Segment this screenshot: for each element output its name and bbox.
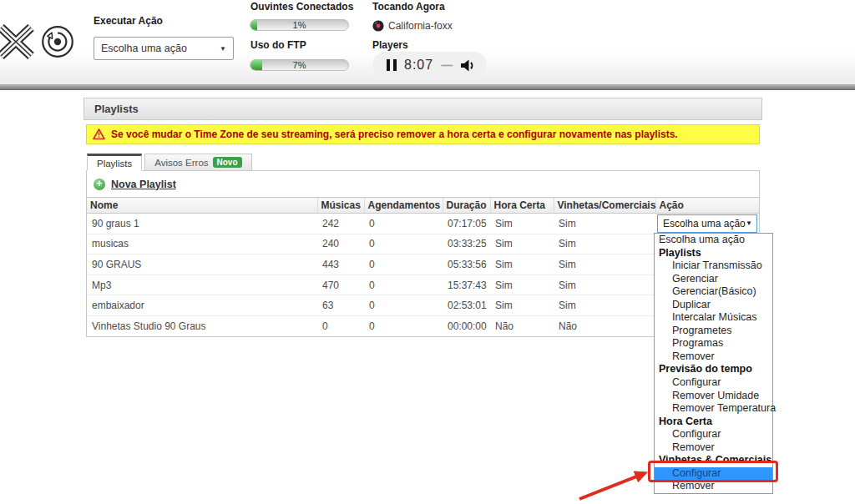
menu-option[interactable]: Remover: [655, 441, 772, 455]
table-cell: Não: [490, 315, 554, 336]
menu-option[interactable]: Remover Temperatura: [655, 402, 772, 416]
table-header-row: NomeMúsicasAgendamentosDuraçãoHora Certa…: [87, 198, 759, 214]
table-cell: Sim: [490, 234, 554, 255]
column-header: Hora Certa: [490, 198, 554, 214]
menu-option[interactable]: Remover: [655, 350, 772, 364]
listeners-label: Ouvintes Conectados: [250, 1, 353, 13]
now-playing: California-foxx: [372, 20, 453, 32]
caret-down-icon: ▼: [746, 219, 752, 227]
table-cell: embaixador: [87, 295, 317, 316]
menu-option[interactable]: Gerenciar(Básico): [655, 285, 772, 299]
exec-action-select[interactable]: Escolha uma ação ▼: [94, 37, 234, 60]
table-cell: 05:33:56: [443, 255, 490, 275]
caret-down-icon: ▼: [220, 45, 226, 53]
menu-option[interactable]: Gerenciar: [655, 273, 772, 286]
ftp-progressbar: 7%: [250, 59, 349, 71]
menu-group-header: Playlists: [655, 247, 772, 260]
table-cell: 0: [364, 275, 443, 295]
table-cell: 470: [317, 275, 364, 295]
menu-option[interactable]: Intercalar Músicas: [655, 311, 772, 325]
column-header: Vinhetas/Comerciais: [554, 198, 655, 214]
annotation-arrow: [555, 459, 660, 504]
header-divider-bar: [0, 84, 855, 90]
ftp-label: Uso do FTP: [250, 39, 306, 51]
table-cell: 0: [364, 315, 443, 336]
warning-banner: Se você mudar o Time Zone de seu streami…: [86, 124, 760, 144]
row-action-select-value: Escolha uma ação: [663, 218, 746, 229]
column-header: Duração: [443, 198, 490, 214]
menu-group-header: Previsão do tempo: [655, 363, 772, 376]
top-header: Executar Ação Escolha uma ação ▼ Ouvinte…: [0, 0, 855, 84]
table-cell: Sim: [554, 255, 655, 275]
listeners-progressbar: 1%: [250, 19, 349, 31]
table-cell: 90 GRAUS: [87, 255, 317, 275]
table-cell: Sim: [554, 295, 655, 316]
table-cell: musicas: [87, 234, 317, 255]
table-cell: 63: [317, 295, 364, 316]
menu-option[interactable]: Programetes: [655, 325, 772, 338]
table-cell: Sim: [554, 275, 655, 295]
annotation-box: [648, 461, 778, 482]
table-cell: 0: [364, 295, 443, 316]
table-header: NomeMúsicasAgendamentosDuraçãoHora Certa…: [87, 198, 759, 214]
menu-group-header: Hora Certa: [655, 416, 772, 429]
table-cell: 240: [317, 234, 364, 255]
novo-badge: Novo: [213, 157, 242, 168]
new-playlist-link[interactable]: Nova Playlist: [111, 179, 176, 190]
exec-action-select-value: Escolha uma ação: [101, 43, 187, 54]
panel-title: Playlists: [83, 98, 762, 120]
menu-option[interactable]: Duplicar: [655, 299, 772, 312]
table-cell: 15:37:43: [443, 275, 490, 295]
table-cell: Vinhetas Studio 90 Graus: [87, 315, 317, 336]
table-cell: Não: [554, 315, 655, 336]
speaker-icon[interactable]: [460, 58, 476, 73]
menu-option[interactable]: Remover Umidade: [655, 390, 772, 403]
table-cell: Sim: [490, 214, 554, 234]
exec-action-label: Executar Ação: [94, 15, 163, 27]
menu-option[interactable]: Programas: [655, 337, 772, 350]
player-bar: 8:07 —: [372, 52, 487, 78]
table-cell: Sim: [490, 275, 554, 295]
table-cell: 0: [364, 214, 443, 234]
column-header: Ação: [655, 198, 759, 214]
table-cell: 0: [364, 234, 443, 255]
column-header: Músicas: [317, 198, 364, 214]
table-cell: 242: [317, 214, 364, 234]
table-cell: 0: [317, 315, 364, 336]
player-time: 8:07: [404, 58, 433, 73]
table-cell: 07:17:05: [443, 214, 490, 234]
warning-text: Se você mudar o Time Zone de seu streami…: [111, 129, 678, 140]
pause-button[interactable]: [387, 59, 397, 71]
new-playlist-row: + Nova Playlist: [87, 171, 759, 197]
table-row: 90 graus 1242007:17:05SimSimEscolha uma …: [87, 214, 759, 234]
row-action-select[interactable]: Escolha uma ação▼: [657, 214, 757, 233]
menu-option[interactable]: Escolha uma ação: [655, 234, 772, 247]
tab-avisos-erros[interactable]: Avisos Erros Novo: [144, 154, 251, 171]
ftp-progress-value: 7%: [250, 60, 348, 70]
menu-option[interactable]: Configurar: [655, 428, 772, 441]
menu-option[interactable]: Iniciar Transmissão: [655, 260, 772, 273]
add-icon: +: [94, 179, 105, 190]
disc-icon: [39, 23, 76, 60]
table-cell: Sim: [490, 255, 554, 275]
table-cell: 90 graus 1: [87, 214, 317, 234]
now-playing-value: California-foxx: [388, 20, 453, 32]
table-cell: 02:53:01: [443, 295, 490, 316]
table-cell: 03:33:25: [443, 234, 490, 255]
table-cell: 00:00:00: [443, 315, 490, 336]
table-cell: 443: [317, 255, 364, 275]
action-cell: Escolha uma ação▼: [655, 214, 759, 234]
warning-icon: [93, 129, 105, 140]
tab-playlists-label: Playlists: [97, 159, 132, 169]
x-logo-icon: [0, 22, 34, 62]
menu-option[interactable]: Configurar: [655, 376, 772, 390]
tab-playlists[interactable]: Playlists: [87, 154, 142, 171]
record-icon: [372, 20, 384, 32]
tab-avisos-label: Avisos Erros: [154, 158, 208, 168]
table-cell: Sim: [490, 295, 554, 316]
tab-bar: Playlists Avisos Erros Novo: [87, 154, 252, 171]
table-cell: Sim: [554, 234, 655, 255]
listeners-progress-value: 1%: [250, 20, 348, 30]
players-label: Players: [372, 39, 408, 51]
column-header: Agendamentos: [364, 198, 443, 214]
